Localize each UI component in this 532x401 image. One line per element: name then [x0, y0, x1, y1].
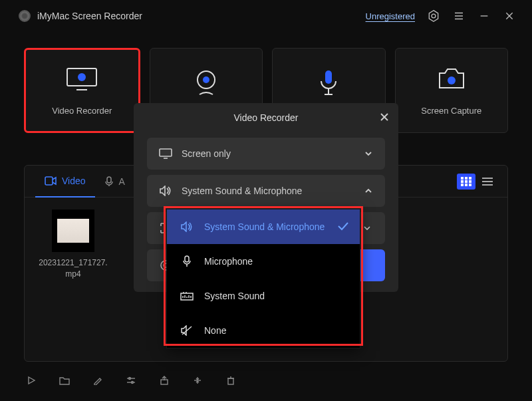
edit-icon[interactable] — [90, 373, 105, 388]
play-icon[interactable] — [24, 373, 39, 388]
option-system-and-mic[interactable]: System Sound & Microphone — [167, 209, 360, 244]
bottom-toolbar — [24, 373, 238, 388]
list-view-button[interactable] — [478, 174, 497, 190]
svg-marker-32 — [29, 377, 35, 384]
microphone-icon — [180, 255, 194, 267]
svg-rect-37 — [161, 380, 168, 384]
svg-rect-20 — [461, 177, 464, 180]
trash-icon[interactable] — [223, 373, 238, 388]
modal-title: Video Recorder — [233, 112, 298, 123]
tab-video[interactable]: Video — [35, 166, 95, 198]
svg-marker-0 — [429, 11, 438, 22]
tab-audio[interactable]: A — [95, 166, 134, 197]
svg-point-9 — [78, 73, 86, 81]
mode-label: Screen Capture — [421, 106, 481, 116]
option-label: Microphone — [204, 256, 253, 267]
svg-point-12 — [203, 76, 209, 83]
audio-mode-selector[interactable]: System Sound & Microphone — [147, 175, 385, 207]
app-logo-icon — [19, 10, 31, 22]
option-label: System Sound & Microphone — [204, 221, 325, 232]
tab-label: A — [119, 176, 125, 187]
grid-view-button[interactable] — [457, 174, 475, 190]
mode-video-recorder[interactable]: Video Recorder — [24, 48, 140, 133]
svg-rect-21 — [465, 177, 467, 180]
mode-screen-capture[interactable]: Screen Capture — [395, 48, 509, 133]
option-none[interactable]: None — [167, 313, 360, 348]
minimize-icon[interactable] — [477, 9, 491, 23]
svg-rect-22 — [469, 177, 471, 180]
file-item[interactable]: 20231221_171727.mp4 — [37, 209, 110, 280]
app-title: iMyMac Screen Recorder — [37, 11, 142, 21]
soundcard-icon — [180, 291, 194, 301]
svg-rect-25 — [469, 180, 471, 183]
screen-mode-selector[interactable]: Screen only — [147, 138, 385, 170]
svg-rect-44 — [160, 149, 172, 156]
option-microphone[interactable]: Microphone — [167, 244, 360, 279]
svg-rect-23 — [461, 180, 464, 183]
monitor-icon — [159, 148, 172, 159]
svg-rect-48 — [185, 256, 189, 262]
compress-icon[interactable] — [190, 373, 205, 388]
speaker-icon — [180, 221, 194, 232]
file-thumbnail — [52, 209, 94, 252]
svg-rect-39 — [228, 378, 233, 384]
audio-source-dropdown: System Sound & Microphone Microphone Sys… — [166, 209, 360, 348]
microphone-icon — [318, 70, 339, 97]
option-system-sound[interactable]: System Sound — [167, 279, 360, 313]
screen-mode-value: Screen only — [182, 148, 231, 159]
settings-gear-icon[interactable] — [427, 9, 440, 23]
speaker-icon — [159, 186, 172, 196]
export-icon[interactable] — [157, 373, 172, 388]
mode-label: Video Recorder — [52, 106, 112, 116]
menu-icon[interactable] — [452, 9, 466, 23]
audio-mode-value: System Sound & Microphone — [182, 186, 302, 196]
file-name: 20231221_171727.mp4 — [37, 257, 110, 280]
svg-rect-18 — [107, 177, 111, 183]
chevron-up-icon — [364, 186, 373, 196]
tab-label: Video — [62, 176, 86, 186]
svg-rect-24 — [465, 180, 467, 183]
monitor-record-icon — [65, 66, 99, 92]
check-icon — [337, 221, 349, 233]
option-label: None — [204, 325, 226, 336]
svg-rect-13 — [325, 70, 332, 84]
svg-rect-17 — [45, 177, 53, 185]
chevron-down-icon — [364, 148, 373, 159]
svg-rect-26 — [461, 184, 464, 186]
svg-point-16 — [448, 76, 456, 84]
svg-line-58 — [182, 327, 192, 334]
title-bar: iMyMac Screen Recorder Unregistered — [0, 0, 532, 32]
modal-close-icon[interactable] — [380, 111, 389, 125]
option-label: System Sound — [204, 291, 265, 301]
camera-icon — [436, 66, 467, 92]
svg-rect-27 — [465, 184, 467, 186]
unregistered-link[interactable]: Unregistered — [366, 11, 415, 21]
webcam-icon — [193, 70, 219, 97]
svg-point-1 — [432, 14, 436, 18]
close-icon[interactable] — [503, 9, 516, 23]
settings-sliders-icon[interactable] — [124, 373, 138, 388]
mute-icon — [180, 325, 194, 336]
svg-rect-28 — [469, 184, 471, 186]
folder-icon[interactable] — [57, 373, 72, 388]
